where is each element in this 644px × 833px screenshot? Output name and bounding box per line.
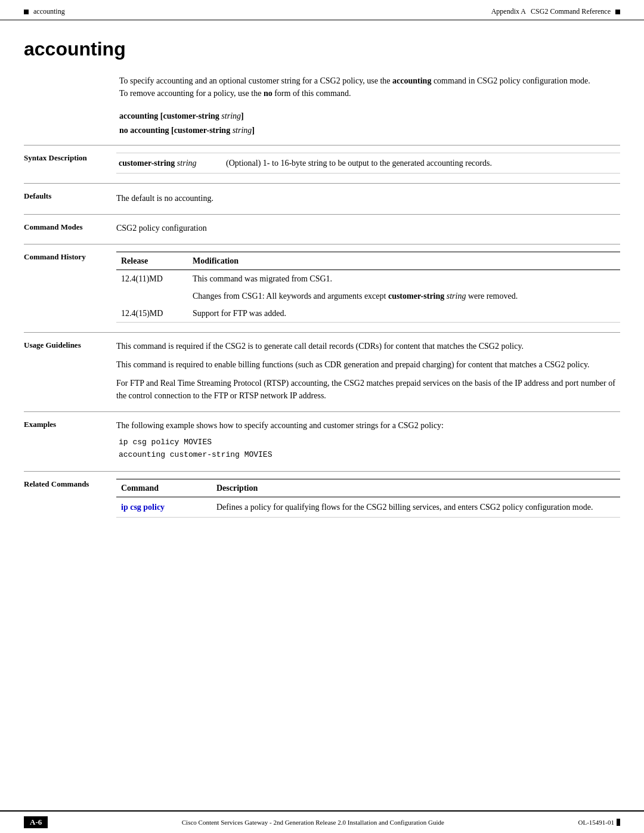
header-chapter-label: accounting [33, 7, 65, 16]
history-mod-2-bold: customer-string [388, 292, 444, 301]
history-mod-2-italic: string [444, 292, 466, 301]
syntax-italic2: string [233, 126, 252, 135]
history-table: Release Modification 12.4(11)MD This com… [116, 252, 620, 323]
command-modes-section: Command Modes CSG2 policy configuration [24, 214, 620, 244]
syntax-end1: ] [241, 112, 244, 120]
syntax-line1: accounting [customer-string string] [119, 112, 620, 121]
history-mod-2: Changes from CSG1: All keywords and argu… [188, 287, 620, 305]
history-row-1: 12.4(11)MD This command was migrated fro… [116, 270, 620, 288]
related-row-1: ip csg policy Defines a policy for quali… [116, 497, 620, 517]
usage-para-3: For FTP and Real Time Streaming Protocol… [116, 377, 620, 402]
footer-right: OL-15491-01 [578, 819, 621, 826]
related-commands-section: Related Commands Command Description ip … [24, 471, 620, 527]
history-col-mod: Modification [188, 252, 620, 270]
header-appendix-label: Appendix A [491, 7, 526, 16]
header-right: Appendix A CSG2 Command Reference [491, 7, 620, 16]
related-col-command: Command [116, 479, 212, 497]
related-commands-label: Related Commands [24, 479, 116, 518]
example-code-block: ip csg policy MOVIES accounting customer… [119, 436, 620, 462]
defaults-content: The default is no accounting. [116, 191, 620, 205]
history-col-release: Release [116, 252, 188, 270]
history-mod-3: Support for FTP was added. [188, 305, 620, 323]
syntax-line2: no accounting [customer-string string] [119, 126, 620, 135]
square-icon [24, 10, 29, 14]
history-header-row: Release Modification [116, 252, 620, 270]
command-modes-content: CSG2 policy configuration [116, 222, 620, 234]
footer-doc-num: OL-15491-01 [578, 819, 615, 826]
related-col-desc: Description [212, 479, 620, 497]
page-footer: A-6 Cisco Content Services Gateway - 2nd… [0, 810, 644, 833]
syntax-bold2: no accounting [customer-string [119, 126, 233, 135]
footer-left: A-6 [24, 816, 48, 828]
syntax-description-label: Syntax Description [24, 153, 116, 174]
related-command-link-1[interactable]: ip csg policy [121, 503, 165, 512]
examples-content: The following example shows how to speci… [116, 419, 620, 462]
history-row-3: 12.4(15)MD Support for FTP was added. [116, 305, 620, 323]
example-code-line2: accounting customer-string MOVIES [119, 449, 620, 462]
usage-guidelines-section: Usage Guidelines This command is require… [24, 332, 620, 411]
intro-bold1: accounting [392, 76, 431, 85]
footer-book-title: Cisco Content Services Gateway - 2nd Gen… [182, 819, 444, 826]
intro-bold2: no [264, 89, 273, 98]
related-commands-content: Command Description ip csg policy Define… [116, 479, 620, 518]
syntax-description-content: customer-string string (Optional) 1- to … [116, 153, 620, 174]
syntax-italic1: string [221, 112, 241, 120]
history-release-2 [116, 287, 188, 305]
header-left: accounting [24, 7, 65, 16]
usage-guidelines-label: Usage Guidelines [24, 340, 116, 402]
example-intro-text: The following example shows how to speci… [116, 419, 620, 432]
history-row-2: Changes from CSG1: All keywords and argu… [116, 287, 620, 305]
example-code-line1: ip csg policy MOVIES [119, 436, 620, 449]
defaults-label: Defaults [24, 191, 116, 205]
page-title: accounting [24, 38, 620, 60]
command-history-content: Release Modification 12.4(11)MD This com… [116, 252, 620, 323]
syntax-param: customer-string string [116, 153, 224, 174]
param-desc-text: Optional) 1- to 16-byte string to be out… [229, 159, 492, 168]
syntax-bold1: accounting [customer-string [119, 112, 221, 120]
command-history-section: Command History Release Modification 12.… [24, 244, 620, 332]
command-history-label: Command History [24, 252, 116, 323]
param-italic: string [175, 159, 196, 168]
examples-section: Examples The following example shows how… [24, 411, 620, 471]
related-desc-1: Defines a policy for qualifying flows fo… [212, 497, 620, 517]
history-mod-2-text1: Changes from CSG1: All keywords and argu… [193, 292, 388, 301]
syntax-end2: ] [252, 126, 255, 135]
related-table: Command Description ip csg policy Define… [116, 479, 620, 518]
syntax-table: customer-string string (Optional) 1- to … [116, 153, 620, 174]
intro-paragraph: To specify accounting and an optional cu… [119, 75, 596, 100]
related-header-row: Command Description [116, 479, 620, 497]
examples-label: Examples [24, 419, 116, 462]
history-mod-2-text2: were removed. [466, 292, 518, 301]
defaults-section: Defaults The default is no accounting. [24, 183, 620, 214]
page-header: accounting Appendix A CSG2 Command Refer… [0, 0, 644, 20]
related-command-1: ip csg policy [116, 497, 212, 517]
usage-para-1: This command is required if the CSG2 is … [116, 340, 620, 352]
history-release-1: 12.4(11)MD [116, 270, 188, 288]
command-modes-label: Command Modes [24, 222, 116, 234]
footer-bar-icon [617, 819, 620, 826]
footer-center-text: Cisco Content Services Gateway - 2nd Gen… [48, 819, 578, 826]
history-release-3: 12.4(15)MD [116, 305, 188, 323]
syntax-description-section: Syntax Description customer-string strin… [24, 145, 620, 183]
header-section-label: CSG2 Command Reference [531, 7, 611, 16]
syntax-param-desc: (Optional) 1- to 16-byte string to be ou… [224, 153, 620, 174]
history-mod-1: This command was migrated from CSG1. [188, 270, 620, 288]
usage-guidelines-content: This command is required if the CSG2 is … [116, 340, 620, 402]
main-content: accounting To specify accounting and an … [0, 20, 644, 575]
param-bold: customer-string [119, 159, 175, 168]
usage-para-2: This command is required to enable billi… [116, 358, 620, 371]
intro-text3: form of this command. [273, 89, 351, 98]
syntax-table-row: customer-string string (Optional) 1- to … [116, 153, 620, 174]
header-bar-icon [615, 10, 620, 14]
footer-page-number: A-6 [24, 816, 48, 828]
intro-text1: To specify accounting and an optional cu… [119, 76, 392, 85]
